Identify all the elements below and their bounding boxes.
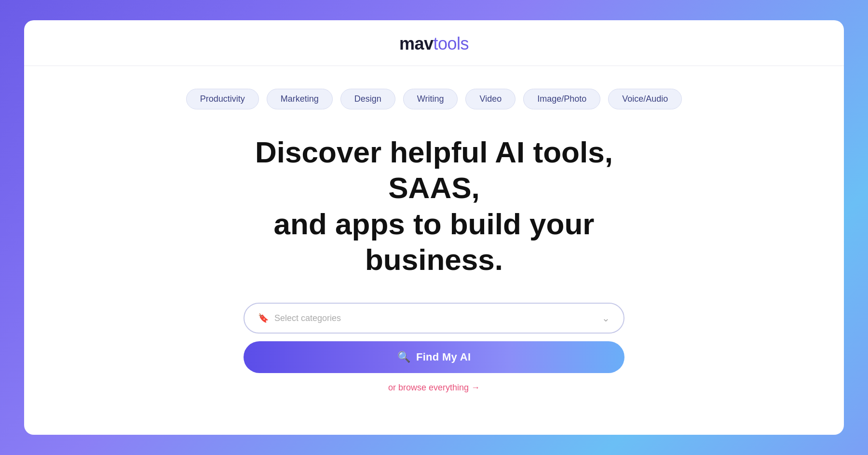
header: mavtools: [24, 20, 844, 66]
logo-tools: tools: [434, 34, 469, 54]
logo-mav: mav: [399, 34, 434, 54]
bookmark-icon: 🔖: [258, 313, 269, 323]
category-pill-design[interactable]: Design: [340, 89, 395, 109]
category-select[interactable]: 🔖 Select categories ⌄: [244, 303, 624, 334]
browse-label: or browse everything →: [388, 383, 480, 393]
headline-line1: Discover helpful AI tools, SAAS,: [255, 135, 613, 204]
category-pill-marketing[interactable]: Marketing: [267, 89, 333, 109]
category-pill-video[interactable]: Video: [465, 89, 515, 109]
main-frame: mavtools Productivity Marketing Design W…: [24, 20, 844, 435]
category-pill-writing[interactable]: Writing: [403, 89, 458, 109]
category-pill-image-photo[interactable]: Image/Photo: [523, 89, 600, 109]
category-pill-productivity[interactable]: Productivity: [186, 89, 259, 109]
headline-line2: and apps to build your business.: [274, 207, 595, 276]
find-button-label: Find My AI: [416, 351, 471, 363]
headline: Discover helpful AI tools, SAAS, and app…: [217, 134, 651, 278]
category-pill-voice-audio[interactable]: Voice/Audio: [608, 89, 682, 109]
select-placeholder: Select categories: [274, 313, 341, 323]
search-icon: 🔍: [397, 351, 410, 363]
select-left: 🔖 Select categories: [258, 313, 341, 323]
find-ai-button[interactable]: 🔍 Find My AI: [244, 341, 624, 373]
categories-row: Productivity Marketing Design Writing Vi…: [186, 89, 682, 109]
chevron-down-icon: ⌄: [602, 312, 610, 324]
search-section: 🔖 Select categories ⌄ 🔍 Find My AI: [244, 303, 624, 373]
logo: mavtools: [24, 34, 844, 54]
main-content: Productivity Marketing Design Writing Vi…: [24, 66, 844, 435]
browse-everything-link[interactable]: or browse everything →: [388, 383, 480, 393]
